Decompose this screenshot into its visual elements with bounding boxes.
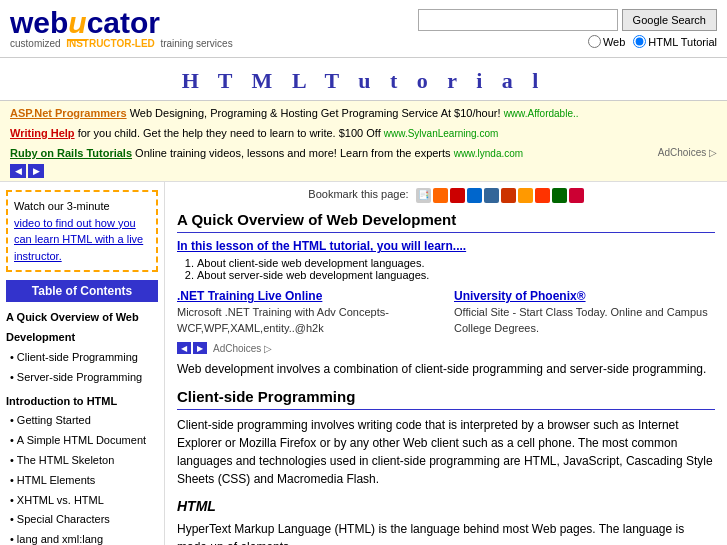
radio-web-label[interactable]: Web — [588, 35, 625, 48]
bm-icon-4[interactable] — [467, 188, 482, 203]
section1-title: A Quick Overview of Web Development — [177, 211, 715, 233]
toc-section-2: Introduction to HTML — [6, 392, 158, 412]
header: webucator customized INSTRUCTOR-LED trai… — [0, 0, 727, 58]
ad-content-next[interactable]: ▶ — [193, 342, 207, 354]
bm-icon-10[interactable] — [569, 188, 584, 203]
ad-nav-content: ◀ ▶ AdChoices ▷ — [177, 342, 715, 354]
toc-item-xhtml[interactable]: •XHTML vs. HTML — [6, 491, 158, 511]
page-title: H T M L T u t o r i a l — [0, 68, 727, 94]
para2: Client-side programming involves writing… — [177, 416, 715, 488]
ad-prev-btn[interactable]: ◀ — [10, 164, 26, 178]
inline-ads: .NET Training Live Online Microsoft .NET… — [177, 289, 715, 336]
ad-right-link[interactable]: University of Phoenix® — [454, 289, 586, 303]
ad-small-1: www.Affordable.. — [504, 108, 579, 119]
promo-line1: Watch our 3-minute — [14, 200, 110, 212]
sidebar-toc: A Quick Overview of WebDevelopment •Clie… — [0, 308, 164, 545]
ad-body-1: Web Designing, Programing & Hosting Get … — [130, 107, 501, 119]
logo: webucator — [10, 8, 233, 38]
section3-title: HTML — [177, 498, 715, 514]
ad-small-3: www.lynda.com — [454, 148, 523, 159]
sidebar-promo: Watch our 3-minute video to find out how… — [6, 190, 158, 272]
learn-item-2: About server-side web development langua… — [197, 269, 715, 281]
learn-item-1: About client-side web development langua… — [197, 257, 715, 269]
radio-html[interactable] — [633, 35, 646, 48]
ad-body-2: for you child. Get the help they need to… — [78, 127, 381, 139]
section2-title: Client-side Programming — [177, 388, 715, 410]
main-layout: Watch our 3-minute video to find out how… — [0, 182, 727, 545]
ad-left-link[interactable]: .NET Training Live Online — [177, 289, 322, 303]
toc-section-1: A Quick Overview of WebDevelopment — [6, 308, 158, 348]
toc-item-special[interactable]: •Special Characters — [6, 510, 158, 530]
ad-link-3[interactable]: Ruby on Rails Tutorials — [10, 147, 132, 159]
toc-item-server[interactable]: •Server-side Programming — [6, 368, 158, 388]
bm-icon-8[interactable] — [535, 188, 550, 203]
toc-item-skeleton[interactable]: •The HTML Skeleton — [6, 451, 158, 471]
ad-choices-top: AdChoices ▷ — [658, 144, 717, 162]
search-area: Google Search Web HTML Tutorial — [418, 9, 717, 48]
toc-item-getting-started[interactable]: •Getting Started — [6, 411, 158, 431]
bm-icon-2[interactable] — [433, 188, 448, 203]
ad-next-btn[interactable]: ▶ — [28, 164, 44, 178]
radio-web[interactable] — [588, 35, 601, 48]
toc-item-elements[interactable]: •HTML Elements — [6, 471, 158, 491]
bm-icon-9[interactable] — [552, 188, 567, 203]
para1: Web development involves a combination o… — [177, 360, 715, 378]
toc-item-lang[interactable]: •lang and xml:lang — [6, 530, 158, 545]
toc-header: Table of Contents — [6, 280, 158, 302]
bm-icon-7[interactable] — [518, 188, 533, 203]
ad-row-1: ASP.Net Programmers Web Designing, Progr… — [10, 104, 717, 124]
bm-icon-3[interactable] — [450, 188, 465, 203]
bm-icon-1[interactable]: 📑 — [416, 188, 431, 203]
ad-small-2: www.SylvanLearning.com — [384, 128, 499, 139]
ad-col-right: University of Phoenix® Official Site - S… — [454, 289, 715, 336]
ad-row-3: Ruby on Rails Tutorials Online training … — [10, 144, 717, 164]
ad-bar: ASP.Net Programmers Web Designing, Progr… — [0, 101, 727, 182]
ad-col-left: .NET Training Live Online Microsoft .NET… — [177, 289, 438, 336]
logo-area: webucator customized INSTRUCTOR-LED trai… — [10, 8, 233, 49]
bookmark-label: Bookmark this page: — [308, 189, 408, 201]
search-input[interactable] — [418, 9, 618, 31]
promo-link[interactable]: video to find out how you can learn HTML… — [14, 217, 143, 262]
ad-left-body: Microsoft .NET Training with Adv Concept… — [177, 305, 438, 336]
ad-right-body: Official Site - Start Class Today. Onlin… — [454, 305, 715, 336]
logo-subtitle: customized INSTRUCTOR-LED training servi… — [10, 38, 233, 49]
learn-list: About client-side web development langua… — [197, 257, 715, 281]
bookmark-icons: 📑 — [416, 188, 584, 203]
toc-item-client[interactable]: •Client-side Programming — [6, 348, 158, 368]
para3: HyperText Markup Language (HTML) is the … — [177, 520, 715, 545]
sidebar: Watch our 3-minute video to find out how… — [0, 182, 165, 545]
bm-icon-6[interactable] — [501, 188, 516, 203]
learn-intro-link[interactable]: In this lesson of the HTML tutorial, you… — [177, 239, 715, 253]
ad-row-2: Writing Help for you child. Get the help… — [10, 124, 717, 144]
toc-item-simple-doc[interactable]: •A Simple HTML Document — [6, 431, 158, 451]
radio-html-label[interactable]: HTML Tutorial — [633, 35, 717, 48]
ad-choices-content: AdChoices ▷ — [213, 343, 272, 354]
radio-row: Web HTML Tutorial — [588, 35, 717, 48]
search-row: Google Search — [418, 9, 717, 31]
ad-link-1[interactable]: ASP.Net Programmers — [10, 107, 127, 119]
ad-link-2[interactable]: Writing Help — [10, 127, 75, 139]
bookmark-row: Bookmark this page: 📑 — [177, 188, 715, 203]
bm-icon-5[interactable] — [484, 188, 499, 203]
content-area: Bookmark this page: 📑 A Quick Overview o… — [165, 182, 727, 545]
ad-nav-row: ◀ ▶ — [10, 164, 717, 178]
ad-body-3: Online training videos, lessons and more… — [135, 147, 451, 159]
ad-content-prev[interactable]: ◀ — [177, 342, 191, 354]
title-banner: H T M L T u t o r i a l — [0, 58, 727, 101]
search-button[interactable]: Google Search — [622, 9, 717, 31]
